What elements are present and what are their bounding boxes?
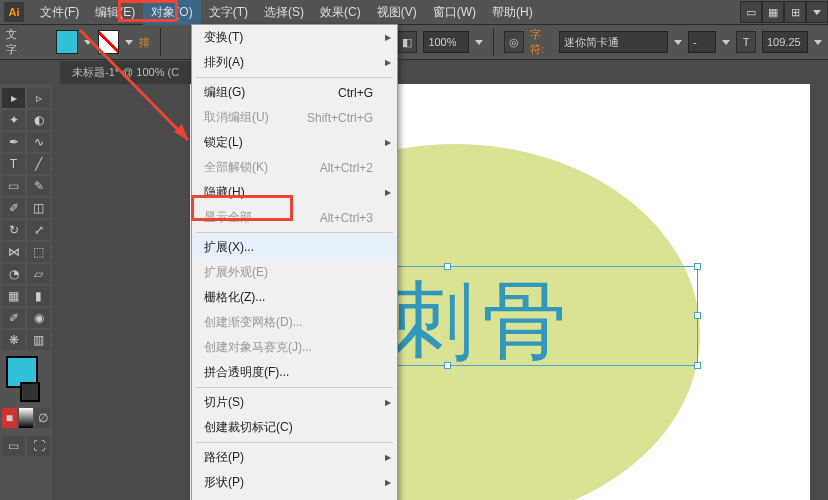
menu-expand-appearance: 扩展外观(E) (192, 260, 397, 285)
type-tool[interactable]: T (2, 154, 25, 174)
screen-mode[interactable]: ▭ (2, 436, 25, 456)
menu-rasterize[interactable]: 栅格化(Z)... (192, 285, 397, 310)
rotate-tool[interactable]: ↻ (2, 220, 25, 240)
menu-type[interactable]: 文字(T) (201, 0, 256, 25)
blend-tool[interactable]: ◉ (27, 308, 50, 328)
background-swatch[interactable] (20, 382, 40, 402)
color-mode[interactable]: ■ (2, 408, 17, 428)
menu-window[interactable]: 窗口(W) (425, 0, 484, 25)
font-dropdown-icon[interactable] (674, 40, 682, 45)
menu-flatten[interactable]: 拼合透明度(F)... (192, 360, 397, 385)
shape-builder-tool[interactable]: ◔ (2, 264, 25, 284)
font-input[interactable]: 迷你简卡通 (559, 31, 668, 53)
menu-file[interactable]: 文件(F) (32, 0, 87, 25)
zoom-input[interactable]: 100% (423, 31, 469, 53)
zoom-dropdown-icon[interactable] (475, 40, 483, 45)
menu-ungroup: 取消编组(U)Shift+Ctrl+G (192, 105, 397, 130)
document-tab[interactable]: 未标题-1* @ 100% (C (60, 61, 191, 84)
control-bar: 文字 排 ◧ 100% ◎ 字符: 迷你简卡通 - T 109.25 (0, 24, 828, 60)
menu-slice[interactable]: 切片(S) (192, 390, 397, 415)
menu-arrange[interactable]: 排列(A) (192, 50, 397, 75)
menu-shape[interactable]: 形状(P) (192, 470, 397, 495)
essentials-icon[interactable]: ▭ (740, 1, 762, 23)
menu-help[interactable]: 帮助(H) (484, 0, 541, 25)
orange-indicator: 排 (139, 35, 150, 50)
direct-selection-tool[interactable]: ▹ (27, 88, 50, 108)
opacity-input[interactable]: 109.25 (762, 31, 808, 53)
menu-expand[interactable]: 扩展(X)... (192, 235, 397, 260)
eyedropper-tool[interactable]: ✐ (2, 308, 25, 328)
object-dropdown-menu: 变换(T) 排列(A) 编组(G)Ctrl+G 取消编组(U)Shift+Ctr… (191, 24, 398, 500)
free-transform-tool[interactable]: ⬚ (27, 242, 50, 262)
line-tool[interactable]: ╱ (27, 154, 50, 174)
rectangle-tool[interactable]: ▭ (2, 176, 25, 196)
arrange-icon[interactable]: ▦ (762, 1, 784, 23)
fill-swatch[interactable] (56, 30, 78, 54)
style-dropdown-icon[interactable] (722, 40, 730, 45)
menu-crop-marks[interactable]: 创建裁切标记(C) (192, 415, 397, 440)
char-label: 字符: (530, 27, 553, 57)
canvas-area[interactable]: 冰霜刺骨 (52, 84, 828, 500)
graph-tool[interactable]: ▥ (27, 330, 50, 350)
wand-tool[interactable]: ✦ (2, 110, 25, 130)
menu-mosaic: 创建对象马赛克(J)... (192, 335, 397, 360)
stroke-dropdown-icon[interactable] (125, 40, 133, 45)
scale-tool[interactable]: ⤢ (27, 220, 50, 240)
opacity-dropdown-icon[interactable] (814, 40, 822, 45)
symbol-sprayer-tool[interactable]: ❋ (2, 330, 25, 350)
stroke-swatch[interactable] (98, 30, 120, 54)
object-type-label: 文字 (6, 27, 26, 57)
size-icon[interactable]: T (736, 31, 756, 53)
search-icon[interactable] (806, 1, 828, 23)
none-mode[interactable]: ∅ (35, 408, 50, 428)
highlight-menu-expand (191, 195, 293, 221)
selection-tool[interactable]: ▸ (2, 88, 25, 108)
color-swatches (2, 352, 50, 406)
target-icon[interactable]: ◎ (504, 31, 524, 53)
font-style-input[interactable]: - (688, 31, 716, 53)
pencil-tool[interactable]: ✐ (2, 198, 25, 218)
menu-unlock-all: 全部解锁(K)Alt+Ctrl+2 (192, 155, 397, 180)
menu-view[interactable]: 视图(V) (369, 0, 425, 25)
workspace: ▸▹ ✦◐ ✒∿ T╱ ▭✎ ✐◫ ↻⤢ ⋈⬚ ◔▱ ▦▮ ✐◉ ❋▥ ■∅ ▭… (0, 84, 828, 500)
menu-gradient-mesh: 创建渐变网格(D)... (192, 310, 397, 335)
app-logo: Ai (4, 2, 24, 22)
paintbrush-tool[interactable]: ✎ (27, 176, 50, 196)
width-tool[interactable]: ⋈ (2, 242, 25, 262)
menu-pattern[interactable]: 图案(E) (192, 495, 397, 500)
menu-select[interactable]: 选择(S) (256, 0, 312, 25)
document-tabs: 未标题-1* @ 100% (C (0, 60, 828, 84)
menu-transform[interactable]: 变换(T) (192, 25, 397, 50)
menu-lock[interactable]: 锁定(L) (192, 130, 397, 155)
toolbox: ▸▹ ✦◐ ✒∿ T╱ ▭✎ ✐◫ ↻⤢ ⋈⬚ ◔▱ ▦▮ ✐◉ ❋▥ ■∅ ▭… (0, 84, 52, 500)
menu-path[interactable]: 路径(P) (192, 445, 397, 470)
gradient-tool[interactable]: ▮ (27, 286, 50, 306)
lasso-tool[interactable]: ◐ (27, 110, 50, 130)
layout-icon[interactable]: ⊞ (784, 1, 806, 23)
screen-mode-2[interactable]: ⛶ (27, 436, 50, 456)
fill-dropdown-icon[interactable] (84, 40, 92, 45)
eraser-tool[interactable]: ◫ (27, 198, 50, 218)
perspective-tool[interactable]: ▱ (27, 264, 50, 284)
menu-effect[interactable]: 效果(C) (312, 0, 369, 25)
gradient-mode[interactable] (19, 408, 34, 428)
mesh-tool[interactable]: ▦ (2, 286, 25, 306)
opacity-icon[interactable]: ◧ (397, 31, 417, 53)
pen-tool[interactable]: ✒ (2, 132, 25, 152)
menu-group[interactable]: 编组(G)Ctrl+G (192, 80, 397, 105)
curvature-tool[interactable]: ∿ (27, 132, 50, 152)
highlight-menu-object (118, 0, 178, 22)
